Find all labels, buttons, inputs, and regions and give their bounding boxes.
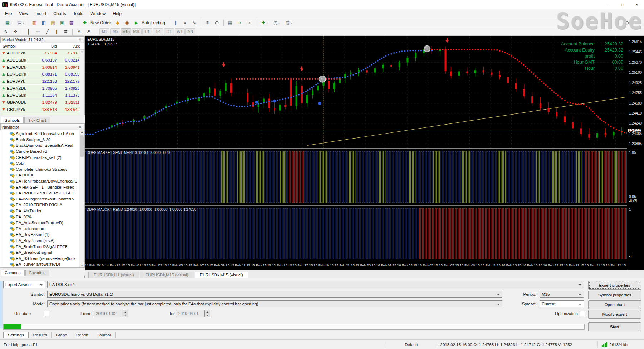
timeframe-button-h1[interactable]: H1 [142,28,152,35]
tester-tab-journal[interactable]: Journal [93,332,116,338]
new-order-label[interactable]: New Order [90,20,111,25]
search-icon[interactable]: ⊙ [623,19,631,27]
menu-view[interactable]: View [15,10,32,17]
main-price-chart[interactable] [85,36,627,148]
strategy-tester-icon[interactable]: ▩ [67,19,76,27]
fibonacci-icon[interactable]: ≣ [62,28,70,36]
tester-tab-report[interactable]: Report [72,332,93,338]
timeframe-button-m15[interactable]: M15 [121,28,131,35]
market-watch-row-eurjpyk[interactable]: EURJPYk122.153122.172 [0,78,84,85]
menu-charts[interactable]: Charts [50,10,69,17]
navigator-item[interactable]: Cobi [0,160,84,166]
docked-window-icon[interactable]: ▭ [632,19,641,27]
tester-tab-results[interactable]: Results [29,332,51,338]
tester-tab-settings[interactable]: Settings [3,332,29,338]
market-watch-row-audusdk[interactable]: AUDUSDk0.691970.69214 [0,57,84,64]
tab-common[interactable]: Common [1,270,25,276]
tab-symbols[interactable]: Symbols [1,117,24,123]
period-select[interactable]: M15 [540,291,584,298]
line-chart-icon[interactable]: ∿ [190,19,199,27]
autotrading-label[interactable]: AutoTrading [142,20,165,25]
tester-grip[interactable] [0,281,3,328]
menu-tools[interactable]: Tools [70,10,87,17]
navigator-item[interactable]: EA-BollingerBreakout updated v [0,196,84,202]
profiles-icon[interactable]: ▤ [14,19,25,27]
symbol-properties-button[interactable]: Symbol properties [588,291,641,299]
market-watch-scrollbar[interactable]: ▲ [79,50,84,115]
autotrading-icon[interactable]: ▶ [132,19,141,27]
timeframe-button-m5[interactable]: M5 [110,28,120,35]
tester-type-select[interactable]: Expert Advisor [3,281,45,288]
data-window-icon[interactable]: ◧ [39,19,48,27]
tab-tick-chart[interactable]: Tick Chart [24,117,50,123]
navigator-item[interactable]: EA_BoyPasmo(revA) [0,238,84,244]
chart-shift-icon[interactable]: ⇥ [244,19,253,27]
bars-chart-icon[interactable]: ∥ [171,19,180,27]
navigator-item[interactable]: EA_4hrTrader [0,208,84,214]
navigator-item[interactable]: EA_beforexguru [0,226,84,232]
start-button[interactable]: Start [588,322,641,331]
to-date-spinner[interactable]: ▲▼ [205,310,210,317]
navigator-item[interactable]: Candle Based v3 [0,149,84,155]
navigator-item[interactable]: EA HenProbarsarDovyEndrucai S [0,178,84,184]
channel-icon[interactable]: ∥ [52,28,61,36]
market-watch-row-gbpusdk[interactable]: GBPUSDk1.262881.26302 [0,113,84,115]
periods-icon[interactable]: ◷ [270,19,281,27]
tester-tab-graph[interactable]: Graph [52,332,72,338]
navigator-item[interactable]: EA_BrainTrend2SigALERT5 [0,243,84,249]
navigator-item[interactable]: EA HM SEF - 1 - Bengkel Forex - [0,184,84,190]
terminal-icon[interactable]: ▣ [58,19,67,27]
menu-window[interactable]: Window [87,10,109,17]
from-date-input[interactable]: 2019.01.02 [94,310,122,317]
column-symbol[interactable]: Symbol [0,44,35,48]
navigator-item[interactable]: EA_Breakout signal [0,249,84,256]
column-ask[interactable]: Ask [58,44,81,48]
market-watch-row-gbpjpyk[interactable]: GBPJPYk138.518138.549 [0,106,84,113]
timeframe-button-h4[interactable]: H4 [153,28,163,35]
chart-tab-2[interactable]: EURUSDk,M15 (visual) [195,272,248,278]
zoom-in-icon[interactable]: ⊕ [203,19,212,27]
timeframe-button-mn[interactable]: MN [185,28,195,35]
alerts-icon[interactable]: ◉ [123,19,131,27]
navigator-item[interactable]: AlgoTradeSoft Innovative EA un [0,131,84,137]
minimize-button[interactable]: ─ [601,0,615,9]
timeframe-button-m30[interactable]: M30 [132,28,142,35]
new-order-icon[interactable]: ✚ [80,19,89,27]
navigator-item[interactable]: EA_90% [0,214,84,220]
navigator-scrollbar[interactable]: ▲▼ [79,130,84,267]
market-watch-row-audjpyk[interactable]: AUDJPYk75.90475.919 [0,50,84,57]
symbol-select[interactable]: EURUSDk, Euro vs US Dollar (1.1) [47,291,502,298]
menu-file[interactable]: File [1,10,15,17]
navigator-item[interactable]: CHFJPY.parallax_sell (2) [0,154,84,160]
navigator-item[interactable]: EA DDFX [0,172,84,178]
auto-scroll-icon[interactable]: ↦ [235,19,244,27]
to-date-input[interactable]: 2019.04.01 [176,310,205,317]
timeframe-button-d1[interactable]: D1 [164,28,174,35]
zoom-out-icon[interactable]: ⊖ [213,19,221,27]
cursor-icon[interactable]: ↖ [2,28,10,36]
market-watch-row-gbpaudk[interactable]: GBPAUDk1.824791.82511 [0,99,84,106]
menu-help[interactable]: Help [109,10,125,17]
model-select[interactable]: Open prices only (fastest method to anal… [47,300,502,307]
crosshair-icon[interactable]: ✛ [11,28,20,36]
horizontal-line-icon[interactable]: ─ [34,28,42,36]
navigator-close-icon[interactable]: ✕ [78,125,83,129]
text-icon[interactable]: A [75,28,83,36]
maximize-button[interactable]: □ [615,0,630,9]
navigator-item[interactable]: EA PROFIT-PRO VERSI 1.1-LIE [0,190,84,196]
close-button[interactable]: ✕ [630,0,644,9]
expert-file-select[interactable]: EA DDFX.ex4 [47,281,584,288]
tile-windows-icon[interactable]: ▦ [226,19,234,27]
metaeditor-icon[interactable]: ◆ [113,19,122,27]
market-watch-row-eurgbpk[interactable]: EURGBPk0.881710.88195 [0,71,84,78]
optimization-checkbox[interactable] [580,311,585,316]
new-chart-icon[interactable]: ▦ [2,19,13,27]
from-date-spinner[interactable]: ▲▼ [122,310,128,317]
templates-icon[interactable]: ▨ [282,19,293,27]
navigator-item[interactable]: EA_BSTrend(removeHedge)lock [0,255,84,261]
timeframe-button-m1[interactable]: M1 [99,28,109,35]
spread-select[interactable]: Current [540,300,584,307]
navigator-item[interactable]: EA_BoyPasmo (1) [0,232,84,238]
navigator-item[interactable]: Complete Ichimoku Strategy [0,166,84,173]
modify-expert-button[interactable]: Modify expert [588,310,641,319]
